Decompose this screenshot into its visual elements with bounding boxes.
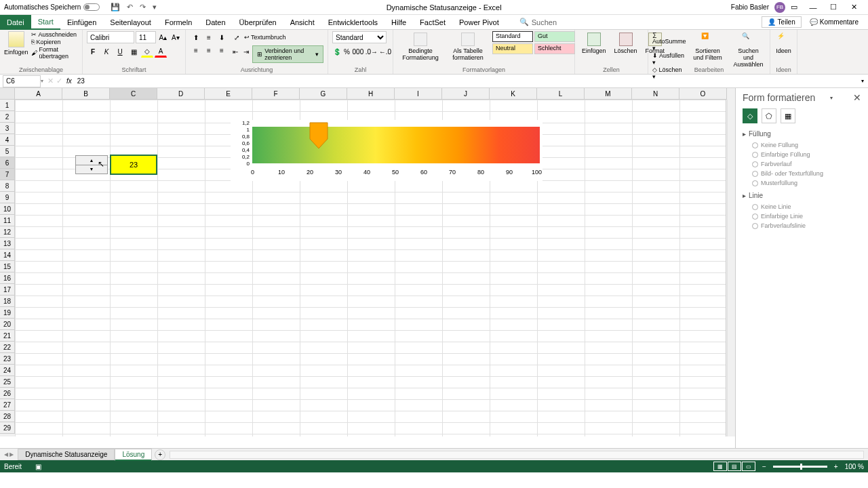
ribbon-display-icon[interactable]: ▭: [791, 3, 797, 12]
border-button[interactable]: ▦: [127, 45, 140, 58]
tab-seitenlayout[interactable]: Seitenlayout: [103, 16, 158, 29]
user-avatar[interactable]: FB: [774, 2, 785, 13]
align-center-button[interactable]: ≡: [203, 44, 215, 56]
tab-entwicklertools[interactable]: Entwicklertools: [321, 16, 384, 29]
cell-styles-gallery[interactable]: Standard Gut Neutral Schlecht: [492, 31, 575, 54]
col-header-i[interactable]: I: [395, 88, 442, 100]
fill-option-gradient[interactable]: Farbverlauf: [743, 159, 861, 169]
align-right-button[interactable]: ≡: [216, 44, 228, 56]
autosave-toggle[interactable]: Automatisches Speichern: [0, 3, 104, 11]
size-tab-icon[interactable]: ▦: [781, 108, 795, 123]
shrink-font-button[interactable]: A▾: [170, 31, 182, 43]
row-header-3[interactable]: 3: [0, 123, 15, 134]
delete-cells-button[interactable]: Löschen: [612, 31, 640, 56]
conditional-formatting-button[interactable]: Bedingte Formatierung: [397, 31, 443, 62]
spinner-down-button[interactable]: ▼: [76, 165, 107, 174]
normal-view-button[interactable]: ▦: [713, 462, 727, 471]
row-header-14[interactable]: 14: [0, 249, 15, 261]
row-header-27[interactable]: 27: [0, 399, 15, 411]
row-header-1[interactable]: 1: [0, 100, 15, 111]
tab-powerpivot[interactable]: Power Pivot: [452, 16, 506, 29]
font-color-button[interactable]: A: [155, 45, 167, 58]
fill-option-picture[interactable]: Bild- oder Texturfüllung: [743, 169, 861, 178]
row-header-21[interactable]: 21: [0, 330, 15, 342]
format-as-table-button[interactable]: Als Tabelle formatieren: [446, 31, 490, 62]
row-header-7[interactable]: 7: [0, 169, 15, 180]
row-header-20[interactable]: 20: [0, 319, 15, 330]
decrease-decimal-button[interactable]: ←.0: [379, 45, 391, 58]
tab-hilfe[interactable]: Hilfe: [384, 16, 413, 29]
col-header-e[interactable]: E: [205, 88, 252, 100]
sheet-nav[interactable]: ◀ ▶: [0, 451, 18, 458]
toggle-icon[interactable]: [83, 3, 100, 11]
row-header-11[interactable]: 11: [0, 215, 15, 226]
find-select-button[interactable]: 🔍Suchen und Auswählen: [730, 31, 768, 69]
align-top-button[interactable]: ⬆: [190, 31, 202, 43]
align-middle-button[interactable]: ≡: [203, 31, 215, 43]
font-name-select[interactable]: [87, 31, 134, 43]
style-standard[interactable]: Standard: [492, 31, 533, 42]
fill-button[interactable]: ⬇ Ausfüllen ▾: [652, 52, 686, 66]
sheet-tab-1[interactable]: Dynamische Statusanzeige: [18, 449, 115, 460]
col-header-d[interactable]: D: [157, 88, 205, 100]
record-macro-icon[interactable]: ▣: [35, 463, 41, 470]
line-option-gradient[interactable]: Farbverlaufslinie: [743, 221, 861, 230]
orientation-button[interactable]: ⤢: [231, 31, 243, 43]
ideas-button[interactable]: ⚡Ideen: [774, 31, 793, 56]
row-header-4[interactable]: 4: [0, 134, 15, 146]
merge-center-button[interactable]: ⊞Verbinden und zentrieren▾: [252, 45, 323, 63]
row-header-24[interactable]: 24: [0, 365, 15, 376]
bold-button[interactable]: F: [87, 45, 99, 58]
tab-factset[interactable]: FactSet: [413, 16, 452, 29]
tab-ueberpruefen[interactable]: Überprüfen: [233, 16, 283, 29]
copy-button[interactable]: ⎘Kopieren: [31, 39, 78, 45]
row-header-8[interactable]: 8: [0, 180, 15, 192]
page-layout-view-button[interactable]: ▤: [728, 462, 741, 471]
page-break-view-button[interactable]: ▭: [742, 462, 755, 471]
col-header-c[interactable]: C: [110, 88, 157, 100]
selected-cell[interactable]: 23: [110, 155, 157, 175]
row-header-25[interactable]: 25: [0, 376, 15, 388]
align-bottom-button[interactable]: ⬇: [216, 31, 228, 43]
expand-formula-icon[interactable]: ▾: [857, 78, 868, 84]
row-header-26[interactable]: 26: [0, 388, 15, 399]
align-left-button[interactable]: ≡: [190, 44, 202, 56]
row-header-18[interactable]: 18: [0, 296, 15, 307]
cancel-formula-icon[interactable]: ✕: [47, 77, 54, 85]
fx-icon[interactable]: fx: [66, 77, 72, 85]
chart-object[interactable]: 1,2 1 0,8 0,6 0,4 0,2 0: [231, 120, 542, 181]
tab-file[interactable]: Datei: [0, 15, 31, 30]
tab-formeln[interactable]: Formeln: [158, 16, 199, 29]
fill-option-pattern[interactable]: Musterfüllung: [743, 178, 861, 188]
col-header-f[interactable]: F: [252, 88, 300, 100]
zoom-slider[interactable]: [773, 466, 827, 468]
search-box[interactable]: 🔍 Suchen: [519, 18, 557, 26]
autosum-button[interactable]: ∑ AutoSumme ▾: [652, 31, 686, 52]
font-size-select[interactable]: [136, 31, 156, 43]
line-section-header[interactable]: ▸ Linie: [743, 192, 861, 199]
row-header-5[interactable]: 5: [0, 146, 15, 157]
panel-close-button[interactable]: ✕: [853, 92, 861, 103]
col-header-o[interactable]: O: [679, 88, 727, 100]
row-header-22[interactable]: 22: [0, 342, 15, 353]
effects-tab-icon[interactable]: ⬠: [762, 108, 776, 123]
row-header-17[interactable]: 17: [0, 284, 15, 296]
col-header-h[interactable]: H: [347, 88, 395, 100]
style-gut[interactable]: Gut: [534, 31, 575, 42]
row-header-29[interactable]: 29: [0, 422, 15, 434]
currency-button[interactable]: 💲: [332, 45, 342, 58]
row-header-16[interactable]: 16: [0, 272, 15, 284]
comments-button[interactable]: 💬Kommentare: [804, 16, 864, 28]
row-header-28[interactable]: 28: [0, 411, 15, 422]
fill-option-none[interactable]: Keine Füllung: [743, 140, 861, 150]
col-header-g[interactable]: G: [300, 88, 347, 100]
percent-button[interactable]: %: [343, 45, 351, 58]
share-button[interactable]: 👤Teilen: [762, 16, 802, 28]
insert-cells-button[interactable]: Einfügen: [579, 31, 609, 56]
col-header-l[interactable]: L: [537, 88, 585, 100]
grow-font-button[interactable]: A▴: [157, 31, 169, 43]
fill-section-header[interactable]: ▸ Füllung: [743, 130, 861, 138]
cells-grid[interactable]: ▲ ▼ ↖ 23 1,2 1 0,8 0,6 0,4 0,2: [15, 100, 726, 436]
name-box[interactable]: C6: [3, 75, 41, 87]
tab-einfuegen[interactable]: Einfügen: [60, 16, 103, 29]
